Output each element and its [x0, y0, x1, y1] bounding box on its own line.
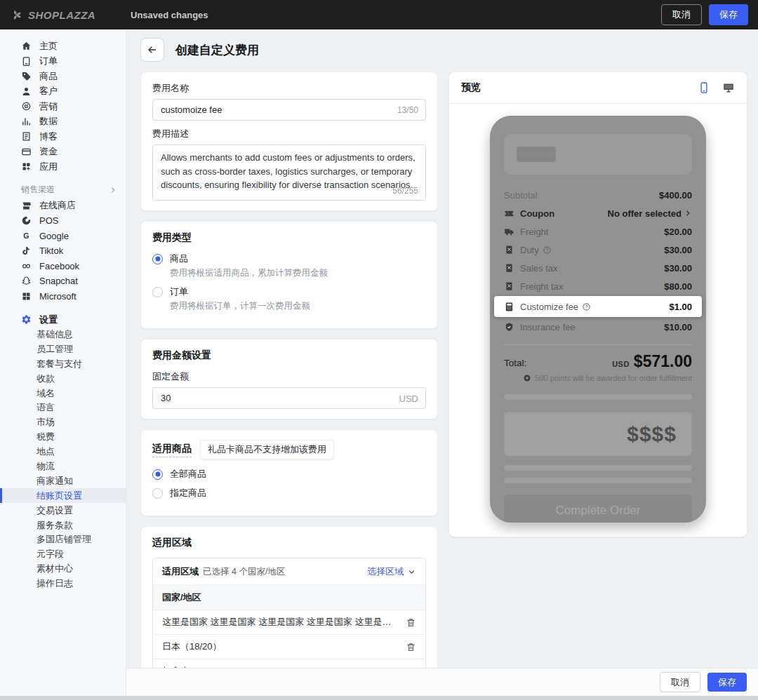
fixed-amount-input[interactable] — [152, 387, 426, 409]
cancel-button[interactable]: 取消 — [661, 4, 702, 25]
sidebar-settings-item-label: 套餐与支付 — [36, 358, 82, 370]
radio-icon[interactable] — [152, 254, 163, 264]
sidebar-settings-item[interactable]: 域名 — [0, 386, 126, 401]
sidebar-settings-item[interactable]: 地点 — [0, 445, 126, 459]
main-content: 创建自定义费用 费用名称 13/50 费用描述 Allows merchants… — [126, 29, 758, 668]
desktop-preview-icon[interactable] — [722, 81, 735, 94]
sidebar-settings-item[interactable]: 套餐与支付 — [0, 356, 126, 371]
points-icon — [523, 374, 531, 382]
sidebar-settings-item[interactable]: 员工管理 — [0, 342, 126, 356]
sidebar-channel-item[interactable]: 在线商店 — [0, 198, 126, 214]
fee-desc-label: 费用描述 — [152, 128, 426, 140]
region-row: 日本（18/20） — [153, 635, 425, 659]
sidebar-item[interactable]: 客户 — [0, 84, 126, 100]
fee-desc-textarea[interactable]: Allows merchants to add custom fees or a… — [152, 144, 426, 201]
chevron-right-icon — [109, 186, 117, 194]
sidebar-settings-item[interactable]: 素材中心 — [0, 562, 126, 577]
store-icon — [21, 201, 32, 211]
sidebar-item[interactable]: 主页 — [0, 39, 126, 54]
regions-table: 这里是国家 这里是国家 这里是国家 这里是国家 这里是国家 这里是国... 日本… — [153, 610, 425, 668]
sidebar-settings-item[interactable]: 多国店铺管理 — [0, 532, 126, 547]
fee-name-input[interactable] — [152, 99, 426, 121]
fee-type-option[interactable]: 订单 费用将根据订单，计算一次费用金额 — [152, 285, 426, 312]
radio-label: 指定商品 — [170, 487, 206, 499]
fee-label: Insurance fee — [520, 322, 576, 332]
receipt-icon — [504, 281, 514, 292]
mobile-preview-icon[interactable] — [698, 81, 710, 94]
sidebar-channel-label: Google — [39, 231, 69, 241]
sidebar-settings-item[interactable]: 服务条款 — [0, 518, 126, 532]
sidebar-settings-item-label: 元字段 — [36, 548, 64, 560]
payment-placeholder: $$$$ — [627, 422, 677, 446]
sidebar-channel-item[interactable]: Microsoft — [0, 289, 126, 304]
footer-cancel-button[interactable]: 取消 — [660, 672, 700, 693]
save-button[interactable]: 保存 — [709, 4, 748, 25]
sidebar-channel-item[interactable]: Snapchat — [0, 274, 126, 289]
choose-region-link[interactable]: 选择区域 — [367, 565, 416, 578]
sidebar-item[interactable]: 资金 — [0, 144, 126, 160]
sidebar-settings-item[interactable]: 语言 — [0, 401, 126, 415]
radio-icon[interactable] — [152, 488, 163, 499]
sidebar-settings-item-label: 素材中心 — [36, 563, 73, 575]
sidebar-item-settings[interactable]: 设置 — [0, 312, 126, 328]
unsaved-changes-status: Unsaved changes — [131, 10, 208, 20]
sidebar-channel-item[interactable]: G Google — [0, 229, 126, 244]
page-header: 创建自定义费用 — [140, 38, 747, 62]
sidebar-settings-item[interactable]: 商家通知 — [0, 473, 126, 488]
sidebar-settings-item-label: 地点 — [36, 445, 55, 458]
sidebar-item[interactable]: 应用 — [0, 159, 126, 175]
sidebar-item[interactable]: 数据 — [0, 114, 126, 130]
radio-icon[interactable] — [152, 469, 163, 480]
brand: SHOPLAZZA — [10, 8, 131, 22]
sidebar-item-label: 商品 — [39, 70, 58, 83]
sidebar-settings-item-label: 域名 — [36, 387, 55, 400]
sidebar-settings-item[interactable]: 结账页设置 — [0, 488, 126, 503]
fee-value: $1.00 — [669, 302, 692, 312]
regions-card: 适用区域 适用区域 已选择 4 个国家/地区 选择区域 国家/地区 — [140, 526, 438, 668]
sidebar-settings-item[interactable]: 税费 — [0, 430, 126, 445]
sidebar-settings-item[interactable]: 元字段 — [0, 547, 126, 562]
sidebar-channel-item[interactable]: POS — [0, 213, 126, 229]
total-currency: USD — [612, 360, 630, 368]
sidebar-settings-item[interactable]: 操作日志 — [0, 577, 126, 591]
sidebar-settings-item[interactable]: 市场 — [0, 415, 126, 430]
sidebar-item[interactable]: 博客 — [0, 129, 126, 144]
fee-type-option[interactable]: 商品 费用将根据适用商品，累加计算费用金额 — [152, 253, 426, 279]
preview-fee-row: Coupon No offer selected — [504, 204, 692, 222]
fee-name-label: 费用名称 — [152, 82, 426, 95]
coupon-icon — [504, 208, 514, 219]
product-icon — [21, 71, 32, 81]
product-scope-option[interactable]: 全部商品 — [152, 468, 426, 480]
preview-fee-rows: Subtotal: $400.00 Coupon — [504, 186, 692, 336]
sidebar-settings-item[interactable]: 物流 — [0, 459, 126, 474]
radio-icon[interactable] — [152, 287, 163, 297]
truck-icon — [504, 227, 514, 237]
sidebar-settings-item[interactable]: 基础信息 — [0, 328, 126, 342]
fee-value: $20.00 — [664, 227, 692, 237]
back-button[interactable] — [140, 38, 164, 62]
footer-actions: 取消 保存 — [126, 668, 758, 696]
skeleton-bar — [504, 478, 692, 483]
sidebar-item[interactable]: 订单 — [0, 54, 126, 69]
regions-table-header: 国家/地区 — [153, 585, 425, 610]
sidebar-channel-label: Microsoft — [39, 291, 77, 302]
fee-label: Subtotal: — [504, 190, 540, 201]
sidebar-settings-item[interactable]: 收款 — [0, 371, 126, 386]
sidebar-channel-item[interactable]: Tiktok — [0, 243, 126, 259]
sidebar-settings-item[interactable]: 交易设置 — [0, 503, 126, 518]
sales-channels-header[interactable]: 销售渠道 — [0, 182, 126, 198]
fee-label: Freight tax — [520, 281, 563, 292]
preview-fee-row: Customize fee $1.00 — [494, 296, 702, 317]
points-note: 500 points will be awarded for order ful… — [504, 374, 692, 382]
sidebar-item[interactable]: 营销 — [0, 99, 126, 114]
calculator-icon — [504, 302, 514, 312]
sidebar-item[interactable]: 商品 — [0, 69, 126, 84]
product-scope-option[interactable]: 指定商品 — [152, 487, 426, 499]
trash-icon[interactable] — [406, 642, 416, 652]
footer-save-button[interactable]: 保存 — [707, 673, 747, 692]
preview-fee-row: Sales tax $30.00 — [504, 259, 692, 277]
fee-name-counter: 13/50 — [397, 105, 418, 115]
trash-icon[interactable] — [406, 617, 416, 628]
sidebar-channel-item[interactable]: Facebook — [0, 259, 126, 274]
pos-icon — [21, 215, 32, 226]
